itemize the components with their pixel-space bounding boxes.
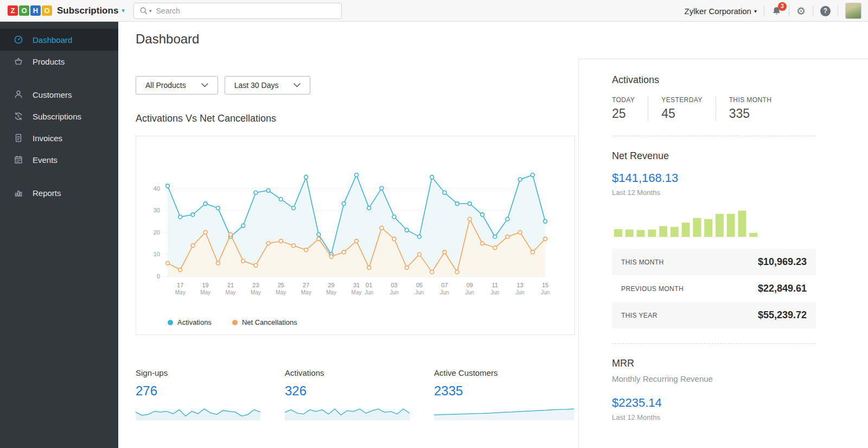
activations-vs-cancellations-chart-card: 01020304017May19May21May23May25May27May2…: [136, 136, 575, 335]
help-button[interactable]: ?: [820, 6, 831, 16]
activations-sparkline-chart: [285, 406, 410, 421]
svg-text:Jun: Jun: [365, 289, 373, 295]
gear-icon: ⚙: [796, 6, 806, 16]
row-label: THIS MONTH: [621, 258, 664, 266]
products-basket-icon: [14, 56, 23, 66]
kpi-cards-row: Sign-ups 276 Activations 326 Active Cust…: [136, 368, 583, 421]
activations-summary-stats: TODAY 25 YESTERDAY 45 THIS MONTH 335: [612, 96, 816, 121]
stat-label: THIS MONTH: [729, 96, 772, 104]
zoho-logo-tile: O: [42, 5, 52, 16]
svg-text:23: 23: [252, 282, 259, 288]
svg-text:Jun: Jun: [490, 289, 499, 295]
main-content: Dashboard All Products Last 30 Days Acti…: [118, 22, 578, 448]
sidebar-item-label: Customers: [33, 90, 72, 99]
svg-text:May: May: [352, 289, 362, 295]
svg-text:19: 19: [202, 282, 208, 288]
svg-text:13: 13: [516, 282, 523, 288]
search-scope-caret-icon[interactable]: ▾: [149, 8, 152, 14]
zoho-subscriptions-dashboard: Z O H O Subscriptions ▾ ▾ Zylker Corpora…: [0, 0, 868, 448]
net-revenue-bar-chart: [612, 206, 764, 240]
svg-text:Jun: Jun: [541, 289, 550, 295]
legend-dot-icon: [232, 320, 238, 325]
net-revenue-table: THIS MONTH $10,969.23 PREVIOUS MONTH $22…: [612, 249, 816, 329]
search-input[interactable]: [156, 7, 336, 15]
notifications-button[interactable]: 3: [771, 6, 782, 16]
page-title: Dashboard: [136, 31, 199, 47]
sidebar-item-events[interactable]: Events: [0, 149, 118, 171]
user-avatar[interactable]: [845, 3, 861, 19]
stat-value: 25: [612, 106, 635, 121]
summary-side-panel: Activations TODAY 25 YESTERDAY 45 THIS M…: [578, 59, 868, 448]
top-bar-actions: Zylker Corporation ▾ 3 ⚙ ?: [685, 0, 861, 22]
chart-legend: Activations Net Cancellations: [168, 318, 297, 326]
svg-text:09: 09: [467, 282, 473, 288]
divider: [838, 5, 838, 16]
legend-item-activations[interactable]: Activations: [168, 318, 212, 326]
stat-today: TODAY 25: [612, 96, 648, 121]
chart-section-title: Activations Vs Net Cancellations: [136, 113, 276, 124]
row-value: $22,849.61: [758, 283, 807, 294]
sidebar-item-label: Products: [33, 57, 65, 66]
row-label: THIS YEAR: [621, 312, 658, 319]
stat-label: YESTERDAY: [661, 96, 702, 104]
sidebar-item-customers[interactable]: Customers: [0, 84, 118, 105]
svg-text:May: May: [226, 289, 236, 295]
dashed-divider: [612, 136, 816, 136]
sidebar-item-products[interactable]: Products: [0, 51, 118, 72]
divider: [789, 5, 789, 16]
svg-text:27: 27: [303, 282, 309, 288]
svg-text:Jun: Jun: [390, 289, 399, 295]
row-value: $10,969.23: [758, 256, 807, 268]
svg-text:10: 10: [154, 251, 160, 257]
divider: [764, 5, 764, 16]
settings-button[interactable]: ⚙: [796, 6, 806, 16]
sidebar-item-dashboard[interactable]: Dashboard: [0, 29, 118, 51]
organization-selector[interactable]: Zylker Corporation: [685, 7, 751, 16]
sidebar-item-invoices[interactable]: Invoices: [0, 127, 118, 149]
legend-label: Net Cancellations: [242, 318, 297, 326]
sidebar-item-label: Invoices: [33, 134, 62, 143]
svg-text:May: May: [326, 289, 336, 295]
dashboard-filters: All Products Last 30 Days: [136, 76, 310, 94]
svg-text:17: 17: [177, 282, 183, 288]
activations-vs-cancellations-chart[interactable]: 01020304017May19May21May23May25May27May2…: [136, 136, 575, 318]
kpi-value: 2335: [434, 383, 583, 399]
svg-text:05: 05: [416, 282, 423, 288]
kpi-label: Activations: [285, 368, 434, 377]
svg-text:03: 03: [391, 282, 397, 288]
active-customers-sparkline-chart: [434, 406, 574, 421]
stat-this-month: THIS MONTH 335: [729, 96, 772, 121]
chevron-down-icon: [293, 83, 301, 87]
legend-item-net-cancellations[interactable]: Net Cancellations: [232, 318, 297, 326]
product-filter-value: All Products: [145, 81, 186, 90]
sidebar-item-label: Subscriptions: [33, 112, 81, 121]
top-bar: Z O H O Subscriptions ▾ ▾ Zylker Corpora…: [0, 0, 868, 22]
sidebar-group-gap: [0, 171, 118, 182]
date-range-filter-dropdown[interactable]: Last 30 Days: [225, 76, 311, 94]
net-revenue-title: Net Revenue: [612, 150, 816, 162]
table-row: THIS MONTH $10,969.23: [612, 249, 816, 275]
chevron-down-icon: ▾: [122, 7, 125, 14]
svg-text:15: 15: [542, 282, 548, 288]
svg-text:30: 30: [154, 207, 160, 213]
notification-count-badge: 3: [778, 2, 787, 11]
svg-text:Jun: Jun: [440, 289, 449, 295]
sidebar-item-reports[interactable]: Reports: [0, 182, 118, 204]
activations-summary-title: Activations: [612, 74, 816, 86]
sidebar-item-subscriptions[interactable]: $ Subscriptions: [0, 105, 118, 127]
svg-text:40: 40: [154, 185, 160, 192]
table-row: PREVIOUS MONTH $22,849.61: [612, 275, 816, 302]
date-range-filter-value: Last 30 Days: [234, 81, 279, 90]
app-switcher[interactable]: Z O H O Subscriptions ▾: [8, 5, 125, 16]
divider: [813, 5, 813, 16]
chevron-down-icon: ▾: [754, 8, 757, 14]
product-filter-dropdown[interactable]: All Products: [136, 76, 218, 94]
global-search[interactable]: ▾: [133, 3, 342, 19]
stat-value: 335: [729, 106, 772, 121]
table-row: THIS YEAR $55,239.72: [612, 302, 816, 329]
search-icon: [139, 7, 148, 15]
dashboard-icon: [14, 35, 23, 45]
dashed-divider: [612, 343, 816, 344]
svg-text:May: May: [200, 289, 210, 295]
kpi-card-activations: Activations 326: [285, 368, 434, 421]
